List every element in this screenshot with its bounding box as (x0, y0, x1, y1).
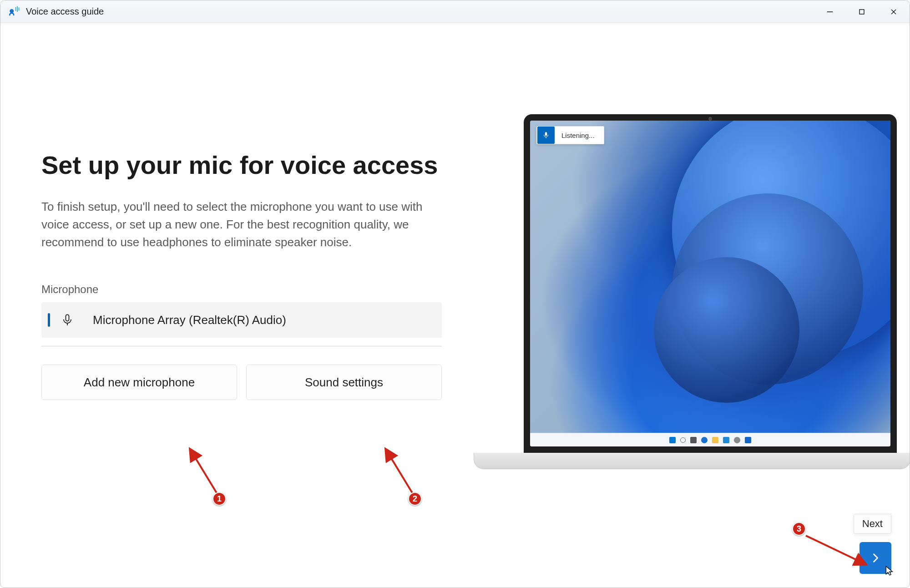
voice-access-app-icon (8, 5, 20, 18)
taskbar-store-icon (723, 437, 729, 443)
annotation-arrow-2 (364, 442, 428, 506)
voice-access-mic-icon (537, 127, 555, 144)
add-new-microphone-button[interactable]: Add new microphone (41, 365, 237, 400)
window-controls (814, 0, 910, 23)
taskbar-mail-icon (745, 437, 751, 443)
taskbar-search-icon (680, 437, 686, 443)
annotation-badge-1: 1 (212, 492, 226, 506)
divider (41, 346, 442, 346)
taskbar-settings-icon (734, 437, 740, 443)
annotation-badge-3: 3 (792, 522, 806, 536)
setup-pane: Set up your mic for voice access To fini… (41, 151, 451, 400)
cursor-pointer-icon (884, 565, 896, 578)
svg-rect-8 (66, 315, 69, 321)
minimize-button[interactable] (814, 0, 846, 23)
annotation-badge-2: 2 (408, 492, 422, 506)
window-title: Voice access guide (26, 6, 104, 17)
svg-rect-5 (859, 10, 864, 14)
taskbar-explorer-icon (712, 437, 718, 443)
taskbar-edge-icon (701, 437, 708, 443)
add-new-microphone-label: Add new microphone (84, 375, 195, 390)
sound-settings-button[interactable]: Sound settings (246, 365, 442, 400)
next-tooltip: Next (854, 514, 891, 534)
next-button[interactable] (859, 542, 891, 574)
svg-line-12 (191, 450, 219, 497)
svg-rect-10 (545, 132, 547, 136)
selected-microphone-name: Microphone Array (Realtek(R) Audio) (93, 313, 286, 327)
svg-rect-2 (17, 6, 18, 11)
svg-rect-3 (19, 7, 20, 10)
microphone-icon (61, 314, 74, 326)
voice-access-status-bar: Listening... (536, 126, 604, 144)
illustration-taskbar (530, 433, 890, 446)
taskbar-taskview-icon (690, 437, 697, 443)
sound-settings-label: Sound settings (305, 375, 383, 390)
content-area: Set up your mic for voice access To fini… (0, 23, 910, 588)
window: Voice access guide Set up your mic for v… (0, 0, 910, 588)
microphone-label: Microphone (41, 283, 451, 296)
titlebar: Voice access guide (0, 0, 910, 23)
maximize-button[interactable] (846, 0, 878, 23)
close-button[interactable] (878, 0, 910, 23)
next-area: Next (854, 514, 891, 574)
annotation-arrow-1 (169, 442, 233, 506)
microphone-selector[interactable]: Microphone Array (Realtek(R) Audio) (41, 302, 442, 338)
selection-accent-bar (48, 313, 50, 327)
svg-line-13 (386, 450, 415, 497)
voice-access-status-text: Listening... (555, 132, 604, 139)
page-description: To finish setup, you'll need to select t… (41, 198, 433, 251)
page-heading: Set up your mic for voice access (41, 151, 451, 180)
taskbar-start-icon (669, 437, 676, 443)
svg-rect-1 (15, 7, 16, 11)
laptop-illustration: Listening... (474, 114, 910, 469)
